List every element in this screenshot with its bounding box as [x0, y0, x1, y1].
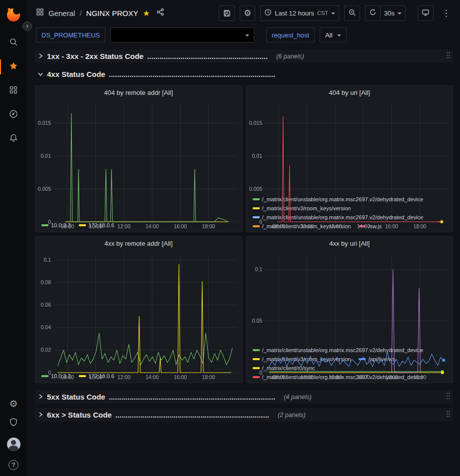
star-icon [9, 61, 18, 72]
svg-text:08:00: 08:00 [272, 374, 285, 380]
time-series-chart[interactable]: 00.020.040.060.080.108:0010:0012:0014:00… [35, 250, 242, 372]
share-icon[interactable] [156, 8, 164, 18]
request-host-variable-label[interactable]: request_host [266, 27, 315, 42]
svg-text:14:00: 14:00 [145, 223, 158, 229]
request-host-value-select[interactable]: All [320, 27, 346, 42]
row-panel-count: (4 panels) [284, 394, 312, 401]
row-title-dots: ........................................… [115, 411, 269, 419]
time-series-chart[interactable]: 00.050.108:0010:0012:0014:0016:0018:00 [247, 250, 453, 346]
svg-text:0.04: 0.04 [41, 324, 51, 330]
sidebar-expand-button[interactable]: › [22, 21, 32, 31]
sidebar-item-alerting[interactable] [0, 127, 27, 151]
refresh-icon [369, 8, 377, 17]
datasource-variable-label[interactable]: DS_PROMETHEUS [36, 27, 105, 42]
svg-text:0: 0 [259, 370, 262, 376]
main-area: General / NGINX PROXY ★ ⚙ Last 12 hours … [27, 0, 460, 476]
zoom-out-icon [348, 8, 356, 18]
svg-text:14:00: 14:00 [357, 374, 370, 380]
svg-text:12:00: 12:00 [117, 223, 130, 229]
chevron-right-icon [37, 52, 43, 61]
tv-mode-button[interactable] [418, 5, 434, 21]
grafana-logo-icon[interactable] [5, 6, 22, 23]
time-series-chart[interactable]: 00.0050.010.01508:0010:0012:0014:0016:00… [35, 99, 242, 221]
svg-text:0.05: 0.05 [252, 318, 262, 324]
save-dashboard-button[interactable] [219, 5, 235, 21]
chevron-down-icon [245, 34, 249, 36]
kebab-menu-button[interactable]: ⋮ [439, 5, 454, 21]
refresh-interval-label: 30s [384, 9, 395, 17]
panels-grid: 404 by remote addr [All] 00.0050.010.015… [35, 85, 453, 383]
row-drag-handle[interactable] [446, 51, 451, 61]
sidebar-item-search[interactable] [0, 31, 27, 55]
gear-icon: ⚙ [244, 9, 251, 17]
svg-text:0.06: 0.06 [41, 302, 51, 308]
sidebar-item-explore[interactable] [0, 103, 27, 127]
settings-gear-icon[interactable]: ⚙ [9, 399, 17, 409]
svg-text:18:00: 18:00 [202, 374, 215, 380]
svg-text:10:00: 10:00 [89, 374, 102, 380]
sidebar-item-starred[interactable] [0, 55, 27, 79]
sidebar-item-dashboards[interactable] [0, 79, 27, 103]
bell-icon [9, 133, 18, 144]
dashboard-content: 1xx - 3xx - 2xx Status Code ............… [27, 45, 460, 476]
time-range-label: Last 12 hours [275, 9, 314, 17]
svg-text:18:00: 18:00 [202, 223, 215, 229]
favorite-star-icon[interactable]: ★ [143, 8, 150, 18]
svg-text:0.1: 0.1 [255, 266, 262, 272]
row-drag-handle[interactable] [446, 410, 451, 420]
panel-404-by-remote-addr: 404 by remote addr [All] 00.0050.010.015… [35, 85, 242, 232]
row-title: 6xx > Status Code [47, 411, 112, 419]
refresh-button[interactable] [365, 5, 381, 21]
refresh-interval-select[interactable]: 30s [381, 5, 406, 21]
kebab-icon: ⋮ [442, 9, 451, 17]
panel-title[interactable]: 404 by remote addr [All] [35, 86, 242, 99]
user-avatar[interactable] [7, 438, 20, 451]
svg-text:10:00: 10:00 [300, 223, 313, 229]
refresh-group: 30s [365, 5, 406, 21]
dashboard-settings-button[interactable]: ⚙ [240, 5, 255, 21]
svg-text:18:00: 18:00 [413, 223, 426, 229]
help-icon[interactable]: ? [8, 460, 18, 470]
svg-text:0: 0 [259, 219, 262, 225]
zoom-out-button[interactable] [344, 5, 360, 21]
svg-text:12:00: 12:00 [329, 374, 342, 380]
svg-text:16:00: 16:00 [174, 223, 187, 229]
breadcrumb: General / NGINX PROXY ★ [36, 8, 219, 18]
svg-text:16:00: 16:00 [174, 374, 187, 380]
row-header-4xx[interactable]: 4xx Status Code ........................… [35, 67, 453, 81]
svg-text:08:00: 08:00 [272, 223, 285, 229]
search-icon [9, 37, 18, 48]
apps-grid-icon[interactable] [36, 8, 44, 18]
admin-shield-icon[interactable] [9, 418, 18, 429]
svg-text:12:00: 12:00 [329, 223, 342, 229]
svg-text:0: 0 [48, 370, 51, 376]
svg-text:14:00: 14:00 [145, 374, 158, 380]
row-panel-count: (6 panels) [276, 53, 304, 60]
dashboard-title: NGINX PROXY [86, 9, 138, 17]
sidebar: ⚙ ? [0, 0, 27, 476]
datasource-value-select[interactable] [110, 27, 254, 42]
row-title: 1xx - 3xx - 2xx Status Code [47, 52, 143, 60]
svg-text:0.015: 0.015 [249, 120, 262, 126]
row-header-1xx-3xx-2xx[interactable]: 1xx - 3xx - 2xx Status Code ............… [35, 49, 453, 63]
time-range-picker[interactable]: Last 12 hours CST [260, 5, 339, 21]
panel-title[interactable]: 4xx by uri [All] [247, 237, 453, 250]
row-header-5xx[interactable]: 5xx Status Code ........................… [35, 390, 453, 404]
breadcrumb-section[interactable]: General [48, 9, 75, 17]
time-series-chart[interactable]: 00.0050.010.01508:0010:0012:0014:0016:00… [247, 99, 453, 195]
row-title: 5xx Status Code [47, 393, 105, 401]
svg-text:0.08: 0.08 [41, 279, 51, 285]
svg-text:0.005: 0.005 [249, 186, 262, 192]
svg-text:0.005: 0.005 [38, 186, 51, 192]
row-header-6xx[interactable]: 6xx > Status Code ......................… [35, 408, 453, 422]
compass-icon [9, 109, 18, 120]
chevron-right-icon [37, 393, 43, 402]
row-drag-handle[interactable] [446, 392, 451, 402]
svg-text:14:00: 14:00 [357, 223, 370, 229]
clock-icon [264, 8, 272, 17]
topbar-actions: ⚙ Last 12 hours CST [219, 5, 454, 21]
panel-4xx-by-remote-addr: 4xx by remote addr [All] 00.020.040.060.… [35, 236, 242, 383]
panel-title[interactable]: 404 by uri [All] [247, 86, 453, 99]
svg-text:08:00: 08:00 [61, 223, 74, 229]
panel-title[interactable]: 4xx by remote addr [All] [35, 237, 242, 250]
